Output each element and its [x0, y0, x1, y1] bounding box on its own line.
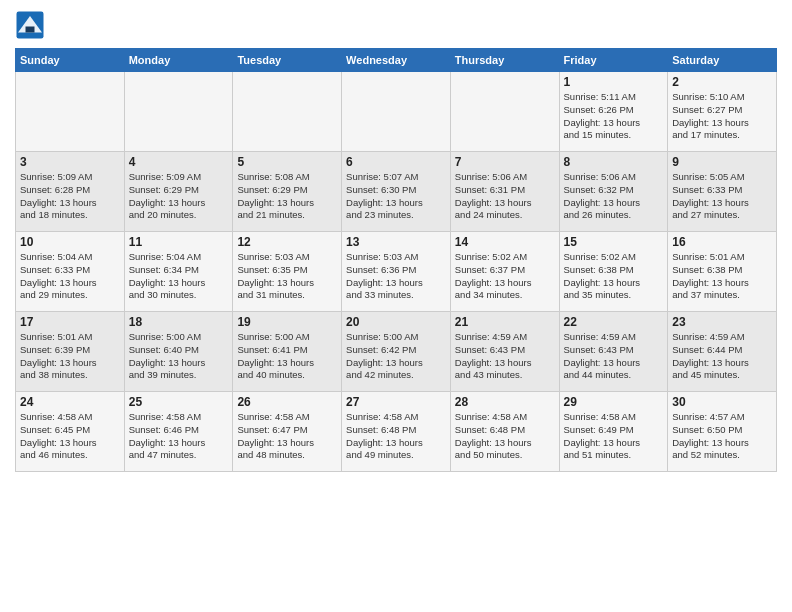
day-info: Sunrise: 5:02 AMSunset: 6:37 PMDaylight:… [455, 251, 555, 302]
day-info: Sunrise: 4:58 AMSunset: 6:45 PMDaylight:… [20, 411, 120, 462]
day-info: Sunrise: 5:09 AMSunset: 6:28 PMDaylight:… [20, 171, 120, 222]
calendar-week: 17Sunrise: 5:01 AMSunset: 6:39 PMDayligh… [16, 312, 777, 392]
day-info: Sunrise: 5:08 AMSunset: 6:29 PMDaylight:… [237, 171, 337, 222]
calendar-table: SundayMondayTuesdayWednesdayThursdayFrid… [15, 48, 777, 472]
day-info: Sunrise: 5:09 AMSunset: 6:29 PMDaylight:… [129, 171, 229, 222]
calendar-week: 1Sunrise: 5:11 AMSunset: 6:26 PMDaylight… [16, 72, 777, 152]
calendar-cell: 19Sunrise: 5:00 AMSunset: 6:41 PMDayligh… [233, 312, 342, 392]
calendar-cell: 12Sunrise: 5:03 AMSunset: 6:35 PMDayligh… [233, 232, 342, 312]
day-info: Sunrise: 5:06 AMSunset: 6:31 PMDaylight:… [455, 171, 555, 222]
calendar-cell: 3Sunrise: 5:09 AMSunset: 6:28 PMDaylight… [16, 152, 125, 232]
day-number: 13 [346, 235, 446, 249]
calendar-cell [342, 72, 451, 152]
day-number: 22 [564, 315, 664, 329]
day-info: Sunrise: 4:58 AMSunset: 6:47 PMDaylight:… [237, 411, 337, 462]
header-day: Friday [559, 49, 668, 72]
day-number: 12 [237, 235, 337, 249]
day-number: 19 [237, 315, 337, 329]
day-number: 5 [237, 155, 337, 169]
logo-icon [15, 10, 45, 40]
calendar-cell [16, 72, 125, 152]
svg-rect-2 [26, 27, 35, 33]
calendar-cell: 17Sunrise: 5:01 AMSunset: 6:39 PMDayligh… [16, 312, 125, 392]
day-number: 30 [672, 395, 772, 409]
calendar-cell: 8Sunrise: 5:06 AMSunset: 6:32 PMDaylight… [559, 152, 668, 232]
day-info: Sunrise: 5:04 AMSunset: 6:33 PMDaylight:… [20, 251, 120, 302]
day-info: Sunrise: 5:00 AMSunset: 6:40 PMDaylight:… [129, 331, 229, 382]
calendar-cell: 27Sunrise: 4:58 AMSunset: 6:48 PMDayligh… [342, 392, 451, 472]
day-info: Sunrise: 5:00 AMSunset: 6:42 PMDaylight:… [346, 331, 446, 382]
calendar-cell: 18Sunrise: 5:00 AMSunset: 6:40 PMDayligh… [124, 312, 233, 392]
day-info: Sunrise: 4:58 AMSunset: 6:46 PMDaylight:… [129, 411, 229, 462]
header [15, 10, 777, 40]
day-info: Sunrise: 5:04 AMSunset: 6:34 PMDaylight:… [129, 251, 229, 302]
calendar-week: 3Sunrise: 5:09 AMSunset: 6:28 PMDaylight… [16, 152, 777, 232]
logo [15, 10, 49, 40]
day-number: 7 [455, 155, 555, 169]
header-row: SundayMondayTuesdayWednesdayThursdayFrid… [16, 49, 777, 72]
day-info: Sunrise: 4:58 AMSunset: 6:49 PMDaylight:… [564, 411, 664, 462]
calendar-cell: 14Sunrise: 5:02 AMSunset: 6:37 PMDayligh… [450, 232, 559, 312]
day-number: 2 [672, 75, 772, 89]
day-number: 25 [129, 395, 229, 409]
day-number: 8 [564, 155, 664, 169]
day-info: Sunrise: 5:11 AMSunset: 6:26 PMDaylight:… [564, 91, 664, 142]
day-info: Sunrise: 4:59 AMSunset: 6:43 PMDaylight:… [455, 331, 555, 382]
calendar-cell: 16Sunrise: 5:01 AMSunset: 6:38 PMDayligh… [668, 232, 777, 312]
calendar-cell: 15Sunrise: 5:02 AMSunset: 6:38 PMDayligh… [559, 232, 668, 312]
day-number: 16 [672, 235, 772, 249]
day-number: 24 [20, 395, 120, 409]
calendar-cell [124, 72, 233, 152]
calendar-cell: 28Sunrise: 4:58 AMSunset: 6:48 PMDayligh… [450, 392, 559, 472]
day-info: Sunrise: 5:07 AMSunset: 6:30 PMDaylight:… [346, 171, 446, 222]
calendar-cell: 9Sunrise: 5:05 AMSunset: 6:33 PMDaylight… [668, 152, 777, 232]
calendar-cell [450, 72, 559, 152]
day-number: 4 [129, 155, 229, 169]
day-info: Sunrise: 5:05 AMSunset: 6:33 PMDaylight:… [672, 171, 772, 222]
calendar-cell: 20Sunrise: 5:00 AMSunset: 6:42 PMDayligh… [342, 312, 451, 392]
calendar-cell: 22Sunrise: 4:59 AMSunset: 6:43 PMDayligh… [559, 312, 668, 392]
calendar-cell [233, 72, 342, 152]
calendar-cell: 23Sunrise: 4:59 AMSunset: 6:44 PMDayligh… [668, 312, 777, 392]
day-info: Sunrise: 5:03 AMSunset: 6:36 PMDaylight:… [346, 251, 446, 302]
calendar-week: 24Sunrise: 4:58 AMSunset: 6:45 PMDayligh… [16, 392, 777, 472]
calendar-cell: 29Sunrise: 4:58 AMSunset: 6:49 PMDayligh… [559, 392, 668, 472]
day-number: 17 [20, 315, 120, 329]
calendar-cell: 2Sunrise: 5:10 AMSunset: 6:27 PMDaylight… [668, 72, 777, 152]
day-info: Sunrise: 5:03 AMSunset: 6:35 PMDaylight:… [237, 251, 337, 302]
day-number: 27 [346, 395, 446, 409]
header-day: Wednesday [342, 49, 451, 72]
calendar-cell: 7Sunrise: 5:06 AMSunset: 6:31 PMDaylight… [450, 152, 559, 232]
calendar-body: 1Sunrise: 5:11 AMSunset: 6:26 PMDaylight… [16, 72, 777, 472]
day-number: 6 [346, 155, 446, 169]
calendar-cell: 25Sunrise: 4:58 AMSunset: 6:46 PMDayligh… [124, 392, 233, 472]
calendar-cell: 6Sunrise: 5:07 AMSunset: 6:30 PMDaylight… [342, 152, 451, 232]
calendar-cell: 30Sunrise: 4:57 AMSunset: 6:50 PMDayligh… [668, 392, 777, 472]
day-info: Sunrise: 4:57 AMSunset: 6:50 PMDaylight:… [672, 411, 772, 462]
calendar-header: SundayMondayTuesdayWednesdayThursdayFrid… [16, 49, 777, 72]
day-number: 18 [129, 315, 229, 329]
day-number: 14 [455, 235, 555, 249]
calendar-cell: 24Sunrise: 4:58 AMSunset: 6:45 PMDayligh… [16, 392, 125, 472]
day-info: Sunrise: 5:01 AMSunset: 6:38 PMDaylight:… [672, 251, 772, 302]
day-info: Sunrise: 5:10 AMSunset: 6:27 PMDaylight:… [672, 91, 772, 142]
header-day: Thursday [450, 49, 559, 72]
day-info: Sunrise: 4:59 AMSunset: 6:44 PMDaylight:… [672, 331, 772, 382]
calendar-container: SundayMondayTuesdayWednesdayThursdayFrid… [0, 0, 792, 482]
calendar-cell: 5Sunrise: 5:08 AMSunset: 6:29 PMDaylight… [233, 152, 342, 232]
day-number: 28 [455, 395, 555, 409]
day-info: Sunrise: 5:02 AMSunset: 6:38 PMDaylight:… [564, 251, 664, 302]
day-info: Sunrise: 4:58 AMSunset: 6:48 PMDaylight:… [346, 411, 446, 462]
day-info: Sunrise: 4:59 AMSunset: 6:43 PMDaylight:… [564, 331, 664, 382]
day-info: Sunrise: 5:00 AMSunset: 6:41 PMDaylight:… [237, 331, 337, 382]
day-number: 3 [20, 155, 120, 169]
day-number: 29 [564, 395, 664, 409]
day-number: 1 [564, 75, 664, 89]
day-info: Sunrise: 5:01 AMSunset: 6:39 PMDaylight:… [20, 331, 120, 382]
day-number: 20 [346, 315, 446, 329]
calendar-cell: 13Sunrise: 5:03 AMSunset: 6:36 PMDayligh… [342, 232, 451, 312]
calendar-cell: 10Sunrise: 5:04 AMSunset: 6:33 PMDayligh… [16, 232, 125, 312]
header-day: Tuesday [233, 49, 342, 72]
day-number: 23 [672, 315, 772, 329]
calendar-cell: 4Sunrise: 5:09 AMSunset: 6:29 PMDaylight… [124, 152, 233, 232]
